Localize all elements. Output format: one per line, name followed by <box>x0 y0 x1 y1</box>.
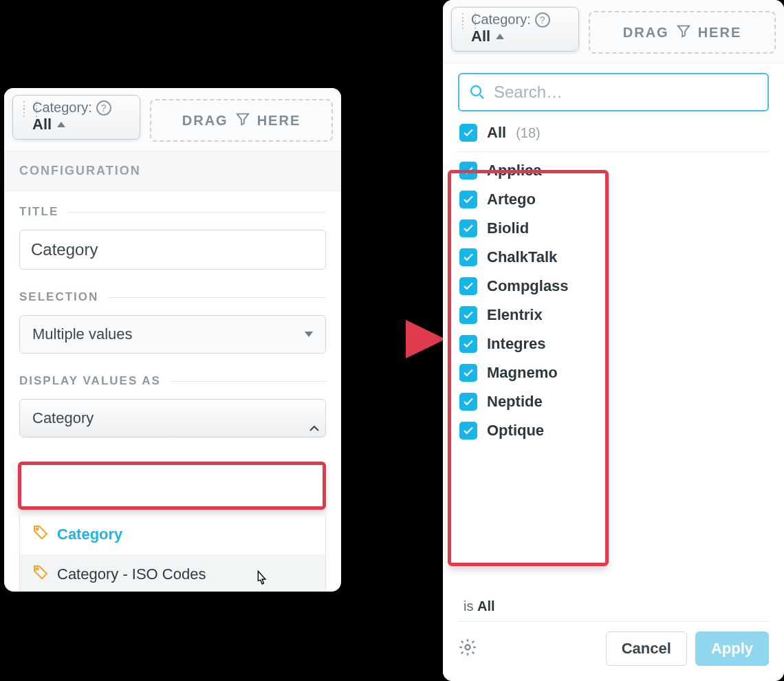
chevron-up-icon <box>57 122 65 127</box>
dropdown-option-iso-codes[interactable]: Category - ISO Codes <box>20 554 325 592</box>
item-label: Biolid <box>487 219 529 237</box>
filter-values-panel: ⋮⋮⋮⋮ Category: ? All DRAG HERE All <box>443 0 784 681</box>
filter-drop-zone[interactable]: DRAG HERE <box>589 11 776 54</box>
item-label: Neptide <box>487 393 543 411</box>
list-item[interactable]: Integres <box>458 329 769 358</box>
item-label: Applica <box>487 162 541 180</box>
list-item[interactable]: Applica <box>458 156 769 185</box>
list-item[interactable]: Compglass <box>458 272 769 301</box>
item-label: Magnemo <box>487 364 558 382</box>
filter-chip-category[interactable]: ⋮⋮⋮⋮ Category: ? All <box>12 95 140 140</box>
gear-icon[interactable] <box>458 638 477 660</box>
item-label: Elentrix <box>487 306 543 324</box>
list-item[interactable]: Biolid <box>458 214 769 243</box>
search-icon <box>469 84 486 100</box>
selection-value: Multiple values <box>32 325 133 343</box>
chevron-up-icon <box>496 34 504 39</box>
status-value: All <box>477 598 495 614</box>
checkbox-checked-icon[interactable] <box>459 393 477 411</box>
dropdown-option-category[interactable]: Category <box>20 515 325 554</box>
checkbox-checked-icon[interactable] <box>459 277 477 295</box>
dropzone-drag: DRAG <box>182 113 228 129</box>
item-label: ChalkTalk <box>487 248 557 266</box>
drag-grip-icon: ⋮⋮⋮⋮ <box>19 102 43 116</box>
display-values-value: Category <box>32 409 94 427</box>
drag-grip-icon: ⋮⋮⋮⋮ <box>457 14 482 28</box>
left-topbar: ⋮⋮⋮⋮ Category: ? All DRAG HERE <box>4 88 341 151</box>
selection-group: SELECTION Multiple values <box>4 277 341 360</box>
svg-point-3 <box>466 645 470 650</box>
tag-icon <box>32 524 49 545</box>
display-values-select[interactable]: Category <box>19 399 326 437</box>
highlight-display-select <box>18 462 326 510</box>
list-item[interactable]: Optique <box>458 416 769 445</box>
list-item[interactable]: Neptide <box>458 387 769 416</box>
checkbox-checked-icon[interactable] <box>459 335 477 353</box>
list-item[interactable]: Artego <box>458 185 769 214</box>
display-values-label: DISPLAY VALUES AS <box>19 374 161 388</box>
pointer-cursor-icon <box>252 570 271 592</box>
list-item[interactable]: Elentrix <box>458 301 769 329</box>
filter-body: All (18) ApplicaArtegoBiolidChalkTalkCom… <box>443 63 784 445</box>
dropzone-drag: DRAG <box>623 25 669 41</box>
display-values-group: DISPLAY VALUES AS Category <box>4 360 341 437</box>
select-all-row[interactable]: All (18) <box>458 111 769 152</box>
title-label: TITLE <box>19 205 58 219</box>
cancel-button[interactable]: Cancel <box>606 631 687 666</box>
item-label: Compglass <box>487 277 569 295</box>
item-label: Optique <box>487 422 544 440</box>
checkbox-checked-icon[interactable] <box>459 306 477 324</box>
checkbox-checked-icon[interactable] <box>459 191 477 208</box>
svg-point-2 <box>471 86 481 96</box>
help-icon[interactable]: ? <box>96 100 111 116</box>
filter-items-list: ApplicaArtegoBiolidChalkTalkCompglassEle… <box>458 156 769 445</box>
panel-footer: Cancel Apply <box>443 622 784 681</box>
arrow-icon <box>330 312 447 369</box>
option-label: Category - ISO Codes <box>57 565 206 583</box>
checkbox-checked-icon[interactable] <box>459 422 477 440</box>
checkbox-checked-icon[interactable] <box>459 124 477 142</box>
checkbox-checked-icon[interactable] <box>459 219 477 237</box>
list-item[interactable]: Magnemo <box>458 358 769 387</box>
tag-icon <box>32 564 49 585</box>
display-values-dropdown: Category Category - ISO Codes <box>19 515 326 592</box>
filter-status: is All <box>443 587 784 621</box>
selection-select[interactable]: Multiple values <box>19 315 326 354</box>
filter-chip-category[interactable]: ⋮⋮⋮⋮ Category: ? All <box>451 7 579 52</box>
funnel-icon <box>235 111 250 130</box>
all-count: (18) <box>516 125 541 141</box>
selection-label: SELECTION <box>19 290 98 304</box>
dropzone-here: HERE <box>698 25 742 41</box>
funnel-icon <box>676 23 691 42</box>
search-box[interactable] <box>458 73 769 111</box>
svg-point-1 <box>36 568 39 570</box>
right-topbar: ⋮⋮⋮⋮ Category: ? All DRAG HERE <box>443 0 784 63</box>
title-input[interactable] <box>19 230 326 270</box>
item-label: Integres <box>487 335 546 353</box>
help-icon[interactable]: ? <box>535 12 550 28</box>
checkbox-checked-icon[interactable] <box>459 364 477 382</box>
status-prefix: is <box>464 598 477 614</box>
apply-button[interactable]: Apply <box>695 631 769 666</box>
checkbox-checked-icon[interactable] <box>459 162 477 180</box>
item-label: Artego <box>487 191 536 208</box>
svg-point-0 <box>36 528 39 530</box>
configuration-panel: ⋮⋮⋮⋮ Category: ? All DRAG HERE CONFIGURA… <box>4 88 341 592</box>
option-label: Category <box>57 526 122 543</box>
list-item[interactable]: ChalkTalk <box>458 243 769 272</box>
title-group: TITLE <box>4 191 341 277</box>
all-label: All <box>487 124 506 142</box>
dropzone-here: HERE <box>257 113 301 129</box>
configuration-header: CONFIGURATION <box>4 151 341 191</box>
chevron-down-icon <box>305 332 313 337</box>
filter-drop-zone[interactable]: DRAG HERE <box>150 99 333 142</box>
search-input[interactable] <box>492 82 758 102</box>
checkbox-checked-icon[interactable] <box>459 248 477 266</box>
